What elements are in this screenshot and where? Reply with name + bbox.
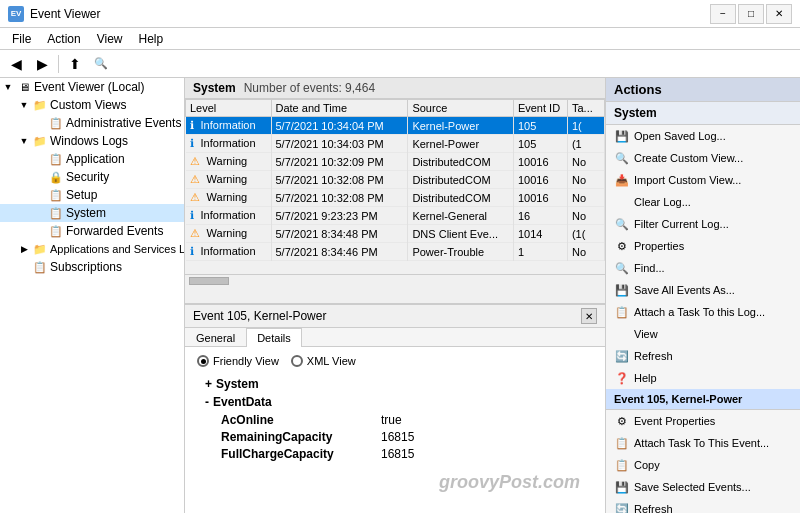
tree-item-forwarded-events[interactable]: ▶ 📋 Forwarded Events — [0, 222, 184, 240]
expand-windows-logs[interactable]: ▼ — [16, 133, 32, 149]
field-remaining-capacity: RemainingCapacity 16815 — [205, 430, 593, 444]
table-row[interactable]: ⚠ Warning 5/7/2021 10:32:09 PM Distribut… — [186, 153, 605, 171]
tree-item-setup[interactable]: ▶ 📋 Setup — [0, 186, 184, 204]
copy-icon: 📋 — [614, 457, 630, 473]
tree-item-admin-events[interactable]: ▶ 📋 Administrative Events — [0, 114, 184, 132]
system-section-header[interactable]: + System — [205, 377, 593, 391]
menu-view[interactable]: View — [89, 30, 131, 48]
table-row[interactable]: ⚠ Warning 5/7/2021 10:32:08 PM Distribut… — [186, 171, 605, 189]
windows-logs-icon: 📁 — [32, 133, 48, 149]
toolbar-separator — [58, 55, 59, 73]
table-container[interactable]: Level Date and Time Source Event ID Ta..… — [185, 99, 605, 274]
table-row[interactable]: ⚠ Warning 5/7/2021 8:34:48 PM DNS Client… — [186, 225, 605, 243]
action-refresh-system[interactable]: 🔄 Refresh — [606, 345, 800, 367]
col-eventid[interactable]: Event ID — [513, 100, 567, 117]
help-system-icon: ❓ — [614, 370, 630, 386]
eventdata-toggle[interactable]: - — [205, 395, 209, 409]
friendly-view-option[interactable]: Friendly View — [197, 355, 279, 367]
menu-file[interactable]: File — [4, 30, 39, 48]
full-charge-capacity-value: 16815 — [381, 447, 414, 461]
xml-radio[interactable] — [291, 355, 303, 367]
action-attach-task-event[interactable]: 📋 Attach Task To This Event... — [606, 432, 800, 454]
tree-item-system[interactable]: ▶ 📋 System — [0, 204, 184, 222]
expand-root[interactable]: ▼ — [0, 79, 16, 95]
close-button[interactable]: ✕ — [766, 4, 792, 24]
cell-level: ⚠ Warning — [186, 171, 272, 189]
cell-task: (1 — [567, 135, 604, 153]
find-label: Find... — [634, 262, 665, 274]
find-icon: 🔍 — [614, 260, 630, 276]
action-copy[interactable]: 📋 Copy — [606, 454, 800, 476]
tab-details[interactable]: Details — [246, 328, 302, 347]
table-row[interactable]: ℹ Information 5/7/2021 9:23:23 PM Kernel… — [186, 207, 605, 225]
help-system-label: Help — [634, 372, 657, 384]
attach-task-event-label: Attach Task To This Event... — [634, 437, 769, 449]
cell-source: Kernel-Power — [408, 117, 514, 135]
col-source[interactable]: Source — [408, 100, 514, 117]
action-view[interactable]: View — [606, 323, 800, 345]
cell-task: (1( — [567, 225, 604, 243]
action-help-system[interactable]: ❓ Help — [606, 367, 800, 389]
col-datetime[interactable]: Date and Time — [271, 100, 408, 117]
tree-item-application[interactable]: ▶ 📋 Application — [0, 150, 184, 168]
table-row[interactable]: ℹ Information 5/7/2021 10:34:03 PM Kerne… — [186, 135, 605, 153]
system-toggle[interactable]: + — [205, 377, 212, 391]
expand-app-services[interactable]: ▶ — [16, 241, 32, 257]
action-button[interactable]: ⬆ — [63, 53, 87, 75]
action-clear-log[interactable]: Clear Log... — [606, 191, 800, 213]
action-save-selected-events[interactable]: 💾 Save Selected Events... — [606, 476, 800, 498]
action-save-all-events[interactable]: 💾 Save All Events As... — [606, 279, 800, 301]
toolbar: ◀ ▶ ⬆ 🔍 — [0, 50, 800, 78]
app-services-icon: 📁 — [32, 241, 48, 257]
tree-item-subscriptions[interactable]: ▶ 📋 Subscriptions — [0, 258, 184, 276]
security-icon: 🔒 — [48, 169, 64, 185]
create-custom-view-label: Create Custom View... — [634, 152, 743, 164]
tree-item-windows-logs[interactable]: ▼ 📁 Windows Logs — [0, 132, 184, 150]
tree-item-root[interactable]: ▼ 🖥 Event Viewer (Local) — [0, 78, 184, 96]
friendly-radio[interactable] — [197, 355, 209, 367]
action-create-custom-view[interactable]: 🔍 Create Custom View... — [606, 147, 800, 169]
cell-level: ⚠ Warning — [186, 189, 272, 207]
table-row[interactable]: ℹ Information 5/7/2021 10:34:04 PM Kerne… — [186, 117, 605, 135]
menu-action[interactable]: Action — [39, 30, 88, 48]
events-table: Level Date and Time Source Event ID Ta..… — [185, 99, 605, 261]
action-attach-task-log[interactable]: 📋 Attach a Task To this Log... — [606, 301, 800, 323]
action-refresh-event[interactable]: 🔄 Refresh — [606, 498, 800, 513]
tree-item-app-services[interactable]: ▶ 📁 Applications and Services Logs — [0, 240, 184, 258]
col-level[interactable]: Level — [186, 100, 272, 117]
tree-item-custom-views[interactable]: ▼ 📁 Custom Views — [0, 96, 184, 114]
minimize-button[interactable]: − — [710, 4, 736, 24]
forward-button[interactable]: ▶ — [30, 53, 54, 75]
filter-log-icon: 🔍 — [614, 216, 630, 232]
tree-item-security[interactable]: ▶ 🔒 Security — [0, 168, 184, 186]
horizontal-scrollbar[interactable] — [185, 274, 605, 286]
table-row[interactable]: ℹ Information 5/7/2021 8:34:46 PM Power-… — [186, 243, 605, 261]
search-toolbar-button[interactable]: 🔍 — [89, 53, 113, 75]
close-detail-button[interactable]: ✕ — [581, 308, 597, 324]
cell-datetime: 5/7/2021 10:32:08 PM — [271, 189, 408, 207]
action-open-saved-log[interactable]: 💾 Open Saved Log... — [606, 125, 800, 147]
action-import-custom-view[interactable]: 📥 Import Custom View... — [606, 169, 800, 191]
menu-help[interactable]: Help — [131, 30, 172, 48]
event-tabs: General Details — [185, 328, 605, 347]
action-event-properties[interactable]: ⚙ Event Properties — [606, 410, 800, 432]
back-button[interactable]: ◀ — [4, 53, 28, 75]
table-row[interactable]: ⚠ Warning 5/7/2021 10:32:08 PM Distribut… — [186, 189, 605, 207]
xml-view-label: XML View — [307, 355, 356, 367]
col-task[interactable]: Ta... — [567, 100, 604, 117]
expand-custom-views[interactable]: ▼ — [16, 97, 32, 113]
action-find[interactable]: 🔍 Find... — [606, 257, 800, 279]
cell-task: No — [567, 153, 604, 171]
field-aconline: AcOnline true — [205, 413, 593, 427]
action-properties[interactable]: ⚙ Properties — [606, 235, 800, 257]
tab-general[interactable]: General — [185, 328, 246, 347]
maximize-button[interactable]: □ — [738, 4, 764, 24]
xml-view-option[interactable]: XML View — [291, 355, 356, 367]
action-filter-log[interactable]: 🔍 Filter Current Log... — [606, 213, 800, 235]
cell-level: ℹ Information — [186, 243, 272, 261]
eventdata-section-header[interactable]: - EventData — [205, 395, 593, 409]
view-icon — [614, 326, 630, 342]
admin-events-icon: 📋 — [48, 115, 64, 131]
event-detail-header: Event 105, Kernel-Power ✕ — [185, 305, 605, 328]
save-selected-label: Save Selected Events... — [634, 481, 751, 493]
